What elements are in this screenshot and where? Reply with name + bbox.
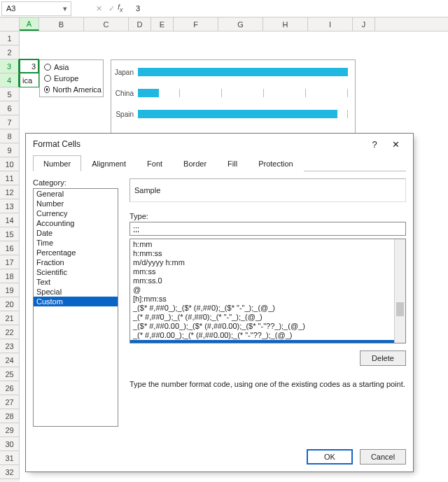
row-header-20[interactable]: 20	[0, 297, 20, 311]
category-option-number[interactable]: Number	[34, 199, 118, 208]
row-header-27[interactable]: 27	[0, 395, 20, 409]
cell-A3-value: 3	[31, 62, 36, 71]
category-option-accounting[interactable]: Accounting	[34, 218, 118, 228]
row-header-3[interactable]: 3	[0, 59, 20, 73]
row-header-25[interactable]: 25	[0, 367, 20, 381]
cell-A4[interactable]: ica	[20, 73, 39, 87]
row-header-7[interactable]: 7	[0, 115, 20, 129]
row-header-26[interactable]: 26	[0, 381, 20, 395]
ok-button[interactable]: OK	[307, 449, 353, 465]
radio-option-europe[interactable]: Europe	[44, 74, 102, 83]
type-option[interactable]: _($* #,##0.00_);_($* (#,##0.00);_($* "-"…	[130, 322, 394, 331]
column-header-C[interactable]: C	[84, 17, 129, 31]
category-list[interactable]: GeneralNumberCurrencyAccountingDateTimeP…	[33, 188, 118, 427]
row-header-21[interactable]: 21	[0, 311, 20, 325]
scrollbar-thumb[interactable]	[396, 302, 404, 316]
row-header-22[interactable]: 22	[0, 325, 20, 339]
radio-option-north-america[interactable]: North America	[44, 85, 102, 94]
type-option[interactable]: ;;;	[130, 340, 394, 343]
column-header-J[interactable]: J	[353, 17, 375, 31]
column-header-E[interactable]: E	[151, 17, 174, 31]
formula-bar[interactable]: 3	[132, 1, 448, 16]
row-header-6[interactable]: 6	[0, 101, 20, 115]
category-option-percentage[interactable]: Percentage	[34, 248, 118, 257]
cancel-button[interactable]: Cancel	[360, 449, 406, 465]
row-header-29[interactable]: 29	[0, 423, 20, 437]
cell-A3[interactable]: 3	[19, 59, 39, 73]
tab-protection[interactable]: Protection	[248, 155, 304, 171]
type-option[interactable]: mm:ss.0	[130, 276, 394, 285]
format-cells-dialog: Format Cells ? ✕ NumberAlignmentFontBord…	[25, 133, 414, 472]
name-box-value: A3	[6, 4, 15, 13]
row-header-11[interactable]: 11	[0, 171, 20, 185]
tab-fill[interactable]: Fill	[217, 155, 248, 171]
row-header-28[interactable]: 28	[0, 409, 20, 423]
category-option-fraction[interactable]: Fraction	[34, 257, 118, 267]
row-header-8[interactable]: 8	[0, 129, 20, 143]
category-option-text[interactable]: Text	[34, 277, 118, 287]
row-header-10[interactable]: 10	[0, 157, 20, 171]
row-header-24[interactable]: 24	[0, 353, 20, 367]
category-option-currency[interactable]: Currency	[34, 208, 118, 218]
select-all-cell[interactable]	[0, 17, 20, 31]
tab-alignment[interactable]: Alignment	[81, 155, 136, 171]
type-option[interactable]: h:mm	[130, 240, 394, 249]
insert-function-icon[interactable]: fx	[118, 3, 132, 13]
row-header-17[interactable]: 17	[0, 255, 20, 269]
row-header-2[interactable]: 2	[0, 45, 20, 59]
row-header-14[interactable]: 14	[0, 213, 20, 227]
type-option[interactable]: @	[130, 285, 394, 295]
category-option-time[interactable]: Time	[34, 238, 118, 248]
column-header-G[interactable]: G	[218, 17, 263, 31]
row-header-32[interactable]: 32	[0, 465, 20, 479]
column-header-B[interactable]: B	[39, 17, 84, 31]
column-header-H[interactable]: H	[263, 17, 308, 31]
column-header-I[interactable]: I	[308, 17, 353, 31]
row-header-23[interactable]: 23	[0, 339, 20, 353]
row-header-1[interactable]: 1	[0, 31, 20, 45]
type-option[interactable]: [h]:mm:ss	[130, 295, 394, 304]
type-option[interactable]: m/d/yyyy h:mm	[130, 258, 394, 267]
tab-font[interactable]: Font	[136, 155, 173, 171]
type-option[interactable]: _(* #,##0_);_(* (#,##0);_(* "-"_);_(@_)	[130, 313, 394, 322]
row-header-13[interactable]: 13	[0, 199, 20, 213]
row-header-4[interactable]: 4	[0, 73, 20, 87]
chart-bar	[138, 89, 159, 97]
radio-label: Asia	[54, 63, 69, 71]
close-button[interactable]: ✕	[385, 139, 406, 150]
type-option[interactable]: _($* #,##0_);_($* (#,##0);_($* "-"_);_(@…	[130, 304, 394, 313]
type-option[interactable]: _(* #,##0.00_);_(* (#,##0.00);_(* "-"??_…	[130, 331, 394, 340]
tab-border[interactable]: Border	[173, 155, 217, 171]
name-box-dropdown-icon[interactable]: ▾	[59, 2, 71, 15]
type-input[interactable]	[130, 222, 406, 236]
category-option-custom[interactable]: Custom	[34, 297, 118, 306]
category-option-special[interactable]: Special	[34, 287, 118, 297]
category-option-general[interactable]: General	[34, 189, 118, 199]
help-button[interactable]: ?	[364, 139, 385, 150]
formula-bar-value: 3	[136, 4, 140, 13]
tab-number[interactable]: Number	[33, 155, 81, 171]
enter-formula-icon: ✓	[105, 2, 118, 15]
cancel-button-label: Cancel	[371, 453, 395, 461]
type-list-scrollbar[interactable]	[394, 239, 405, 343]
row-header-5[interactable]: 5	[0, 87, 20, 101]
column-header-F[interactable]: F	[174, 17, 218, 31]
row-header-31[interactable]: 31	[0, 451, 20, 465]
column-header-A[interactable]: A	[20, 17, 39, 31]
row-header-9[interactable]: 9	[0, 143, 20, 157]
delete-button[interactable]: Delete	[360, 350, 406, 366]
type-list[interactable]: h:mmh:mm:ssm/d/yyyy h:mmmm:ssmm:ss.0@[h]…	[130, 239, 394, 343]
row-header-15[interactable]: 15	[0, 227, 20, 241]
row-header-18[interactable]: 18	[0, 269, 20, 283]
column-header-D[interactable]: D	[129, 17, 151, 31]
category-option-scientific[interactable]: Scientific	[34, 267, 118, 277]
radio-option-asia[interactable]: Asia	[44, 63, 102, 71]
type-option[interactable]: h:mm:ss	[130, 249, 394, 258]
type-option[interactable]: mm:ss	[130, 267, 394, 276]
category-option-date[interactable]: Date	[34, 228, 118, 238]
row-header-16[interactable]: 16	[0, 241, 20, 255]
row-header-30[interactable]: 30	[0, 437, 20, 451]
name-box[interactable]: A3 ▾	[1, 1, 71, 16]
row-header-12[interactable]: 12	[0, 185, 20, 199]
row-header-19[interactable]: 19	[0, 283, 20, 297]
